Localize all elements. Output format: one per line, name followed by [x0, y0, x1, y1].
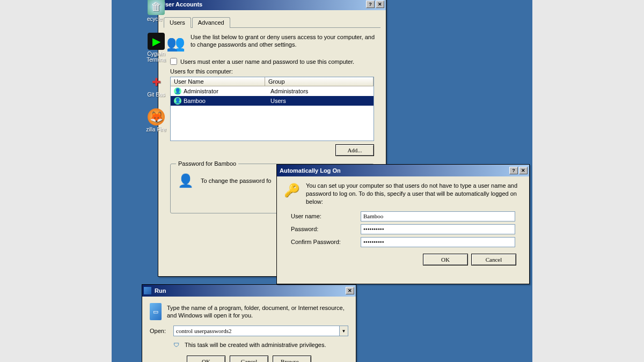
- password-field[interactable]: [361, 224, 515, 234]
- browse-button[interactable]: Browse...: [273, 356, 311, 362]
- help-icon[interactable]: ?: [366, 1, 375, 8]
- confirm-label: Confirm Password:: [291, 239, 361, 245]
- users-for-label: Users for this computer:: [170, 68, 374, 75]
- cancel-button[interactable]: Cancel: [471, 254, 516, 265]
- run-dialog: Run ✕ ▭ Type the name of a program, fold…: [142, 284, 356, 362]
- help-icon[interactable]: ?: [509, 167, 518, 174]
- open-combobox[interactable]: ▼: [173, 326, 348, 336]
- confirm-password-field[interactable]: [361, 237, 515, 247]
- open-label: Open:: [150, 328, 168, 334]
- col-username[interactable]: User Name: [171, 77, 265, 86]
- password-text: To change the password fo: [201, 178, 271, 184]
- password-label: Password:: [291, 226, 361, 232]
- tab-users[interactable]: Users: [164, 17, 191, 28]
- titlebar[interactable]: Automatically Log On ? ✕: [277, 165, 529, 176]
- ok-button[interactable]: OK: [423, 254, 468, 265]
- tabstrip: Users Advanced: [164, 17, 380, 28]
- key-icon: 🔑: [283, 182, 301, 199]
- password-legend: Password for Bamboo: [176, 160, 238, 167]
- user-icon: 👤: [174, 87, 181, 95]
- user-key-icon: 👤: [176, 171, 195, 190]
- table-row[interactable]: 👤Administrator Administrators: [171, 86, 374, 96]
- user-icon: 👤: [174, 97, 181, 105]
- username-field[interactable]: [361, 211, 515, 221]
- intro-text: Use the list below to grant or deny user…: [191, 33, 378, 53]
- chevron-down-icon[interactable]: ▼: [339, 326, 348, 336]
- window-title: Run: [153, 287, 345, 294]
- tab-advanced[interactable]: Advanced: [192, 17, 230, 28]
- git-icon: ✚: [148, 73, 165, 91]
- ok-button[interactable]: OK: [187, 356, 225, 362]
- autologon-intro: You can set up your computer so that use…: [306, 182, 523, 206]
- window-title: Automatically Log On: [279, 167, 508, 174]
- terminal-icon: ▶: [148, 33, 165, 50]
- cancel-button[interactable]: Cancel: [230, 356, 268, 362]
- desktop-icon[interactable]: 🦊 zilla Fire: [137, 108, 175, 132]
- checkbox-label: Users must enter a user name and passwor…: [180, 58, 354, 65]
- users-listview[interactable]: User Name Group 👤Administrator Administr…: [170, 77, 374, 141]
- firefox-icon: 🦊: [148, 108, 165, 125]
- col-group[interactable]: Group: [265, 77, 374, 86]
- username-label: User name:: [291, 213, 361, 219]
- titlebar[interactable]: User Accounts ? ✕: [158, 0, 386, 10]
- run-program-icon: ▭: [150, 303, 162, 320]
- open-input[interactable]: [174, 326, 339, 336]
- desktop-icon[interactable]: ✚ Git Bas: [137, 73, 175, 98]
- add-button[interactable]: Add...: [335, 144, 374, 156]
- desktop-icon[interactable]: ▶ Cygwin Termina: [137, 33, 175, 63]
- shield-icon: 🛡: [173, 342, 179, 348]
- auto-logon-dialog: Automatically Log On ? ✕ 🔑 You can set u…: [276, 164, 530, 284]
- close-icon[interactable]: ✕: [519, 167, 528, 174]
- window-title: User Accounts: [160, 1, 365, 8]
- recycle-bin-icon: 🗑: [148, 0, 165, 15]
- titlebar[interactable]: Run ✕: [142, 285, 356, 297]
- table-row[interactable]: 👤Bamboo Users: [171, 96, 374, 106]
- admin-note: This task will be created with administr…: [185, 342, 326, 348]
- close-icon[interactable]: ✕: [346, 287, 354, 294]
- run-icon: [144, 287, 151, 294]
- run-intro: Type the name of a program, folder, docu…: [167, 304, 348, 320]
- close-icon[interactable]: ✕: [376, 1, 384, 8]
